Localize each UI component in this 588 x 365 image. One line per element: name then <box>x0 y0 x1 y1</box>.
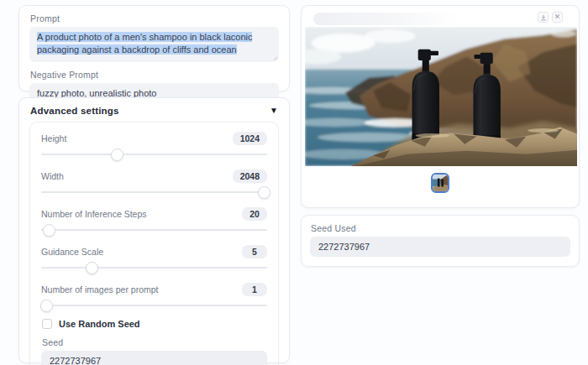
chevron-down-icon[interactable]: ▼ <box>270 107 278 115</box>
slider-track[interactable] <box>41 191 267 193</box>
advanced-settings-title: Advanced settings <box>30 106 119 116</box>
advanced-settings-header[interactable]: Advanced settings ▼ <box>30 106 278 116</box>
guidance-scale-slider-row: Guidance Scale 5 <box>41 243 267 275</box>
width-value[interactable]: 2048 <box>233 169 267 183</box>
slider-track[interactable] <box>41 229 267 231</box>
download-icon[interactable] <box>538 12 549 23</box>
guidance-scale-label: Guidance Scale <box>41 247 103 257</box>
prompt-label: Prompt <box>30 13 279 23</box>
seed-input[interactable]: 2272737967 <box>41 351 267 365</box>
prompt-input[interactable]: A product photo of a men's shampoo in bl… <box>29 27 279 62</box>
slider-track[interactable] <box>41 305 267 306</box>
slider-handle[interactable] <box>111 149 123 161</box>
height-value[interactable]: 1024 <box>233 132 267 145</box>
progress-shimmer <box>313 13 463 25</box>
prompt-card: Prompt A product photo of a men's shampo… <box>18 5 290 91</box>
inference-steps-label: Number of Inference Steps <box>41 209 146 219</box>
random-seed-checkbox[interactable] <box>42 319 52 329</box>
close-icon[interactable]: ✕ <box>552 12 563 23</box>
inference-steps-value[interactable]: 20 <box>242 207 267 221</box>
inference-steps-slider-row: Number of Inference Steps 20 <box>41 206 267 237</box>
images-per-prompt-slider-row: Number of images per prompt 1 <box>41 281 267 313</box>
slider-handle[interactable] <box>40 300 53 312</box>
seed-used-card: Seed Used 2272737967 <box>301 215 580 267</box>
advanced-settings-panel: Height 1024 Width 2048 Number of Inferen… <box>29 122 279 365</box>
height-slider-row: Height 1024 <box>41 130 267 162</box>
negative-prompt-label: Negative Prompt <box>30 70 279 80</box>
random-seed-label: Use Random Seed <box>59 319 140 329</box>
output-gallery-card: ✕ <box>301 5 580 208</box>
gallery-thumbnail-selected[interactable] <box>431 173 449 193</box>
width-label: Width <box>41 171 64 181</box>
slider-handle[interactable] <box>86 262 98 274</box>
gallery-thumbnails <box>302 173 579 193</box>
height-label: Height <box>41 133 66 143</box>
width-slider-row: Width 2048 <box>41 168 267 200</box>
slider-handle[interactable] <box>43 224 55 237</box>
random-seed-row: Use Random Seed <box>42 319 267 329</box>
negative-prompt-text: fuzzy photo, unrealistic photo <box>37 88 156 98</box>
advanced-settings-card: Advanced settings ▼ Height 1024 Width 20… <box>18 97 290 363</box>
seed-used-input[interactable]: 2272737967 <box>310 237 570 257</box>
resize-handle-icon[interactable] <box>271 55 277 60</box>
images-per-prompt-value[interactable]: 1 <box>242 283 267 296</box>
generated-image[interactable] <box>305 27 577 166</box>
prompt-selected-text: A product photo of a men's shampoo in bl… <box>37 32 252 55</box>
slider-track[interactable] <box>41 267 267 269</box>
images-per-prompt-label: Number of images per prompt <box>41 284 158 295</box>
seed-label: Seed <box>42 337 267 347</box>
slider-handle[interactable] <box>258 186 270 199</box>
slider-track[interactable] <box>41 154 267 155</box>
guidance-scale-value[interactable]: 5 <box>242 245 267 258</box>
gallery-toolbar: ✕ <box>302 6 579 27</box>
seed-used-label: Seed Used <box>311 223 570 233</box>
